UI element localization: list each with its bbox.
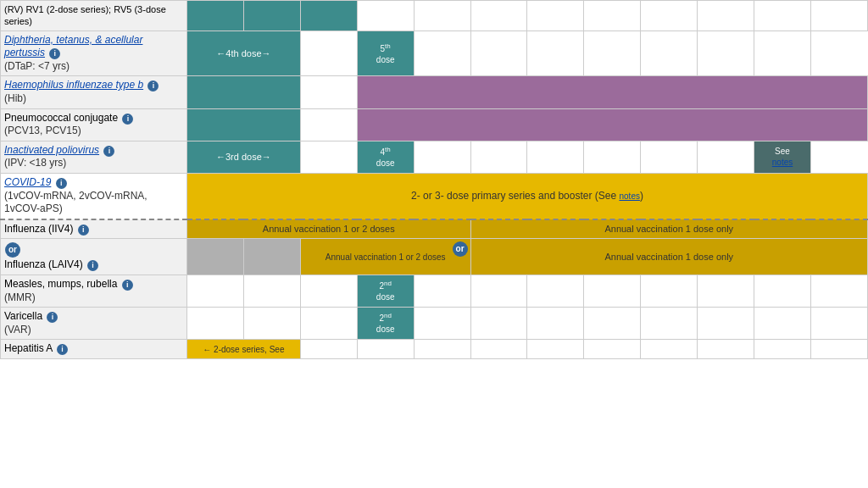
dtap-sub: (DTaP: <7 yrs) (4, 60, 70, 72)
flu-laiv4-left-label: Annual vaccination 1 or 2 doses (326, 252, 446, 262)
covid-link[interactable]: COVID-19 (4, 176, 51, 188)
vaccination-schedule-table: (RV) RV1 (2-dose series); RV5 (3-dose se… (0, 0, 868, 359)
covid-vaccine-name: COVID-19 i (1vCOV-mRNA, 2vCOV-mRNA, 1vCO… (1, 173, 187, 219)
var-cell-12 (810, 308, 867, 340)
flu-iiv4-info-icon[interactable]: i (78, 225, 89, 236)
varicella-name: Varicella (4, 310, 42, 322)
varicella-info-icon[interactable]: i (47, 312, 58, 323)
mmr-cell-3 (300, 274, 357, 307)
var-cell-7 (527, 308, 584, 340)
varicella-vaccine-name: Varicella i (VAR) (1, 308, 187, 340)
ipv-see-notes-cell: See notes (754, 141, 811, 173)
or-badge-2: or (453, 241, 468, 257)
rv-cell-10 (698, 1, 754, 31)
mmr-row: Measles, mumps, rubella i (MMR) 2nddose (1, 274, 868, 307)
hepa-cell-6 (470, 340, 527, 359)
mmr-cell-6 (470, 274, 527, 307)
hepa-cell-5 (414, 340, 470, 359)
hepa-cell-9 (641, 340, 698, 359)
rv-cell-7 (527, 1, 584, 31)
hepa-vaccine-name: Hepatitis A i (1, 340, 187, 359)
pcv-row: Pneumococcal conjugate i (PCV13, PCV15) (1, 108, 868, 141)
mmr-cell-9 (641, 274, 698, 307)
var-cell-2 (243, 308, 300, 340)
hepa-text: ← 2-dose series, See (203, 345, 284, 354)
flu-iiv4-right-label: Annual vaccination 1 dose only (604, 224, 733, 234)
rv-cell-12 (810, 1, 867, 31)
hib-vaccine-name: Haemophilus influenzae type b i (Hib) (1, 76, 187, 108)
ipv-vaccine-name: Inactivated poliovirus i (IPV: <18 yrs) (1, 141, 187, 173)
mmr-vaccine-name: Measles, mumps, rubella i (MMR) (1, 274, 187, 307)
hepa-cell-7 (527, 340, 584, 359)
dtap-link[interactable]: Diphtheria, tetanus, & acellular pertuss… (4, 34, 142, 59)
pcv-name: Pneumococcal conjugate (4, 112, 118, 124)
rv-row: (RV) RV1 (2-dose series); RV5 (3-dose se… (1, 1, 868, 31)
ipv-cell-11 (698, 141, 754, 173)
dtap-dose5-label: 5thdose (376, 44, 395, 64)
var-dose2-cell: 2nddose (357, 308, 414, 340)
dtap-cell-12 (754, 30, 811, 76)
pcv-info-icon[interactable]: i (122, 114, 133, 125)
ipv-notes-link[interactable]: notes (772, 158, 793, 167)
dtap-dose4-cell: ←4th dose→ (187, 30, 301, 76)
pcv-sub: (PCV13, PCV15) (4, 125, 81, 136)
flu-laiv4-vaccine-name: or Influenza (LAIV4) i (1, 239, 187, 275)
rv-cell-3 (300, 1, 357, 31)
var-cell-11 (754, 308, 811, 340)
hepa-name: Hepatitis A (4, 342, 53, 354)
ipv-dose3-cell: ←3rd dose→ (187, 141, 301, 173)
varicella-sub: (VAR) (4, 324, 31, 336)
var-cell-5 (414, 308, 470, 340)
mmr-cell-12 (810, 274, 867, 307)
rv-cell-11 (754, 1, 811, 31)
ipv-cell-6 (414, 141, 470, 173)
hib-teal-cell (187, 76, 301, 108)
hepa-cell-3 (300, 340, 357, 359)
mmr-info-icon[interactable]: i (122, 280, 133, 291)
covid-info-icon[interactable]: i (56, 178, 67, 189)
ipv-sub: (IPV: <18 yrs) (4, 157, 66, 169)
dtap-gap1 (300, 30, 357, 76)
dtap-cell-8 (527, 30, 584, 76)
covid-text-end: ) (640, 190, 643, 202)
covid-text: 2- or 3- dose primary series and booster… (411, 190, 619, 202)
flu-laiv4-info-icon[interactable]: i (87, 260, 98, 271)
mmr-cell-10 (698, 274, 754, 307)
hib-info-icon[interactable]: i (147, 80, 159, 92)
ipv-dose3-label: ←3rd dose→ (216, 152, 271, 162)
dtap-cell-6 (414, 30, 470, 76)
flu-iiv4-left-cell: Annual vaccination 1 or 2 doses (187, 219, 471, 239)
dtap-dose5-cell: 5thdose (357, 30, 414, 76)
pcv-purple-cell (357, 108, 867, 141)
hepa-info-icon[interactable]: i (57, 344, 68, 355)
or-badge: or (5, 242, 20, 258)
flu-laiv4-right-cell: Annual vaccination 1 dose only (470, 239, 867, 275)
hib-sub: (Hib) (4, 92, 26, 104)
pcv-white-1 (300, 108, 357, 141)
hib-link[interactable]: Haemophilus influenzae type b (4, 79, 143, 91)
var-cell-9 (641, 308, 698, 340)
dtap-info-icon[interactable]: i (49, 48, 60, 59)
rv-vaccine-name: (RV) RV1 (2-dose series); RV5 (3-dose se… (1, 1, 187, 31)
dtap-vaccine-name: Diphtheria, tetanus, & acellular pertuss… (1, 30, 187, 76)
hepa-cell-12 (810, 340, 867, 359)
rv-cell-1 (187, 1, 244, 31)
rv-cell-2 (243, 1, 300, 31)
ipv-dose4-label: 4thdose (376, 147, 395, 168)
flu-laiv4-right-label: Annual vaccination 1 dose only (604, 252, 733, 262)
rv-cell-6 (470, 1, 527, 31)
ipv-link[interactable]: Inactivated poliovirus (4, 144, 99, 156)
ipv-info-icon[interactable]: i (103, 146, 114, 157)
rv-cell-8 (584, 1, 641, 31)
var-cell-8 (584, 308, 641, 340)
flu-iiv4-name: Influenza (IIV4) (4, 223, 73, 235)
rv-cell-5 (414, 1, 470, 31)
ipv-cell-10 (641, 141, 698, 173)
covid-notes-link[interactable]: notes (619, 191, 639, 201)
hepa-cell-4 (357, 340, 414, 359)
rv-cell-9 (641, 1, 698, 31)
flu-iiv4-row: Influenza (IIV4) i Annual vaccination 1 … (1, 219, 868, 239)
dtap-row: Diphtheria, tetanus, & acellular pertuss… (1, 30, 868, 76)
mmr-cell-5 (414, 274, 470, 307)
ipv-row: Inactivated poliovirus i (IPV: <18 yrs) … (1, 141, 868, 173)
